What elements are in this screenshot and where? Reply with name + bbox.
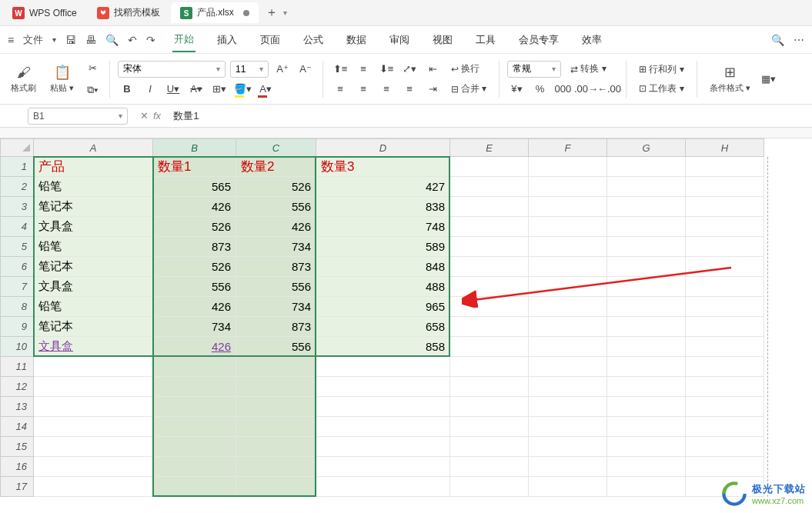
cell-D12[interactable] [316, 377, 450, 397]
row-header-16[interactable]: 16 [0, 457, 34, 477]
cells-area[interactable]: 产品数量1数量2数量3铅笔565526427笔记本426556838文具盒526… [34, 157, 764, 497]
cell-H5[interactable] [686, 237, 764, 257]
cell-D3[interactable]: 838 [316, 197, 450, 217]
convert-button[interactable]: ⇄ 转换 ▾ [566, 61, 610, 77]
cell-C8[interactable]: 734 [236, 297, 316, 317]
col-header-B[interactable]: B [153, 138, 236, 157]
cell-H12[interactable] [686, 377, 764, 397]
undo-icon[interactable]: ↶ [128, 34, 137, 46]
cell-B11[interactable] [153, 357, 236, 377]
align-center-icon[interactable]: ≡ [354, 81, 373, 98]
cell-E12[interactable] [450, 377, 529, 397]
cell-F10[interactable] [529, 337, 607, 357]
comma-icon[interactable]: 000 [553, 81, 572, 98]
styles-icon[interactable]: ▦▾ [760, 71, 778, 88]
cell-E15[interactable] [450, 437, 529, 457]
row-header-7[interactable]: 7 [0, 277, 34, 297]
row-header-13[interactable]: 13 [0, 397, 34, 417]
cell-H16[interactable] [686, 457, 764, 477]
app-tab[interactable]: W WPS Office [3, 3, 86, 23]
file-menu[interactable]: 文件 [23, 33, 43, 47]
cell-G9[interactable] [607, 317, 686, 337]
cell-B4[interactable]: 526 [153, 217, 236, 237]
cell-D14[interactable] [316, 417, 450, 437]
cell-G5[interactable] [607, 237, 686, 257]
save-icon[interactable]: 🖫 [65, 34, 76, 46]
cell-E1[interactable] [450, 157, 529, 177]
cell-G4[interactable] [607, 217, 686, 237]
tab-data[interactable]: 数据 [345, 28, 368, 52]
cell-F15[interactable] [529, 437, 607, 457]
cell-A6[interactable]: 笔记本 [34, 257, 153, 277]
cell-C11[interactable] [236, 357, 316, 377]
percent-icon[interactable]: % [530, 81, 549, 98]
underline-button[interactable]: U▾ [164, 81, 182, 98]
cell-D17[interactable] [316, 477, 450, 497]
strikethrough-button[interactable]: A▾ [187, 81, 206, 98]
tab-member[interactable]: 会员专享 [517, 28, 560, 52]
cell-C9[interactable]: 873 [236, 317, 316, 337]
italic-button[interactable]: I [141, 81, 159, 98]
col-header-G[interactable]: G [607, 138, 686, 157]
border-button[interactable]: ⊞▾ [210, 81, 229, 98]
cell-G1[interactable] [607, 157, 686, 177]
cell-B9[interactable]: 734 [153, 317, 236, 337]
cell-F3[interactable] [529, 197, 607, 217]
cell-D10[interactable]: 858 [316, 337, 450, 357]
bold-button[interactable]: B [118, 81, 136, 98]
cell-D11[interactable] [316, 357, 450, 377]
wrap-text-button[interactable]: ↩ 换行 [446, 61, 484, 77]
cell-G10[interactable] [607, 337, 686, 357]
indent-decrease-icon[interactable]: ⇤ [423, 61, 442, 78]
col-header-H[interactable]: H [686, 138, 764, 157]
cell-H8[interactable] [686, 297, 764, 317]
cell-C1[interactable]: 数量2 [236, 157, 316, 177]
tab-insert[interactable]: 插入 [216, 28, 239, 52]
cell-H2[interactable] [686, 177, 764, 197]
cell-G6[interactable] [607, 257, 686, 277]
cell-A16[interactable] [34, 457, 153, 477]
cell-A4[interactable]: 文具盒 [34, 217, 153, 237]
decrease-decimal-icon[interactable]: .00→ [576, 81, 595, 98]
cell-D7[interactable]: 488 [316, 277, 450, 297]
row-header-15[interactable]: 15 [0, 437, 34, 457]
cell-G2[interactable] [607, 177, 686, 197]
cell-G14[interactable] [607, 417, 686, 437]
cell-A17[interactable] [34, 477, 153, 497]
font-size-select[interactable]: 11 ▾ [230, 61, 269, 78]
cell-G16[interactable] [607, 457, 686, 477]
cell-F9[interactable] [529, 317, 607, 337]
indent-increase-icon[interactable]: ⇥ [423, 81, 442, 98]
cell-G15[interactable] [607, 437, 686, 457]
cell-A12[interactable] [34, 377, 153, 397]
cell-A13[interactable] [34, 397, 153, 417]
cell-C10[interactable]: 556 [236, 337, 316, 357]
formula-input[interactable]: 数量1 [169, 109, 812, 123]
col-header-D[interactable]: D [316, 138, 450, 157]
cell-B17[interactable] [153, 477, 236, 497]
menu-icon[interactable]: ≡ [8, 34, 14, 46]
cell-D16[interactable] [316, 457, 450, 477]
name-box[interactable]: B1 ▾ [28, 108, 128, 125]
col-header-C[interactable]: C [236, 138, 316, 157]
cell-E14[interactable] [450, 417, 529, 437]
font-name-select[interactable]: 宋体 ▾ [118, 61, 226, 78]
cell-B12[interactable] [153, 377, 236, 397]
cell-D15[interactable] [316, 437, 450, 457]
cell-A15[interactable] [34, 437, 153, 457]
cell-F17[interactable] [529, 477, 607, 497]
cell-E2[interactable] [450, 177, 529, 197]
cell-E4[interactable] [450, 217, 529, 237]
cell-G7[interactable] [607, 277, 686, 297]
cell-H11[interactable] [686, 357, 764, 377]
cell-B2[interactable]: 565 [153, 177, 236, 197]
cell-C12[interactable] [236, 377, 316, 397]
cell-H13[interactable] [686, 397, 764, 417]
align-bottom-icon[interactable]: ⬇≡ [377, 61, 396, 78]
cell-B6[interactable]: 526 [153, 257, 236, 277]
cell-H7[interactable] [686, 277, 764, 297]
decrease-font-icon[interactable]: A⁻ [296, 61, 315, 78]
cell-C6[interactable]: 873 [236, 257, 316, 277]
cell-A7[interactable]: 文具盒 [34, 277, 153, 297]
cell-H6[interactable] [686, 257, 764, 277]
